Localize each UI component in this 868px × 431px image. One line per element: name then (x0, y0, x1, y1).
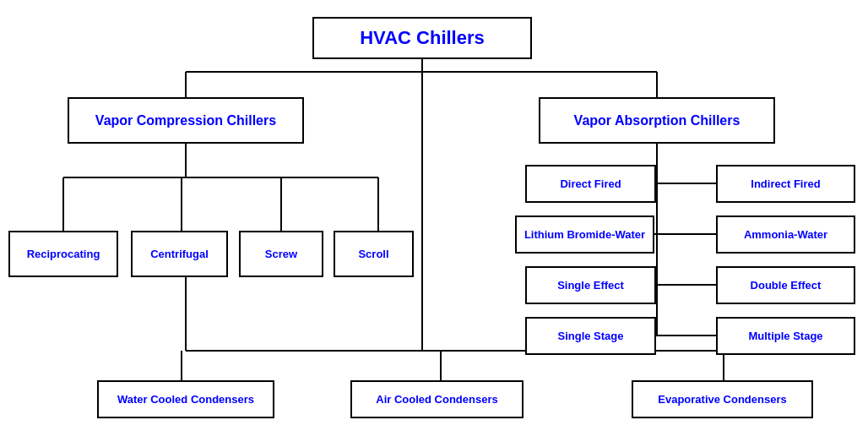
multiple-stage-node: Multiple Stage (716, 317, 855, 355)
root-node: HVAC Chillers (312, 17, 532, 59)
water-cooled-node: Water Cooled Condensers (97, 380, 274, 418)
reciprocating-node: Reciprocating (8, 231, 118, 277)
screw-node: Screw (239, 231, 323, 277)
direct-fired-node: Direct Fired (525, 165, 656, 203)
lithium-bromide-node: Lithium Bromide-Water (515, 216, 654, 254)
indirect-fired-node: Indirect Fired (716, 165, 855, 203)
centrifugal-node: Centrifugal (131, 231, 228, 277)
evaporative-node: Evaporative Condensers (632, 380, 813, 418)
scroll-node: Scroll (334, 231, 414, 277)
diagram: HVAC Chillers Vapor Compression Chillers… (0, 0, 868, 431)
single-stage-node: Single Stage (525, 317, 656, 355)
double-effect-node: Double Effect (716, 266, 855, 304)
single-effect-node: Single Effect (525, 266, 656, 304)
vapor-absorption-node: Vapor Absorption Chillers (539, 97, 775, 144)
vapor-compression-node: Vapor Compression Chillers (68, 97, 304, 144)
ammonia-water-node: Ammonia-Water (716, 216, 855, 254)
air-cooled-node: Air Cooled Condensers (350, 380, 524, 418)
